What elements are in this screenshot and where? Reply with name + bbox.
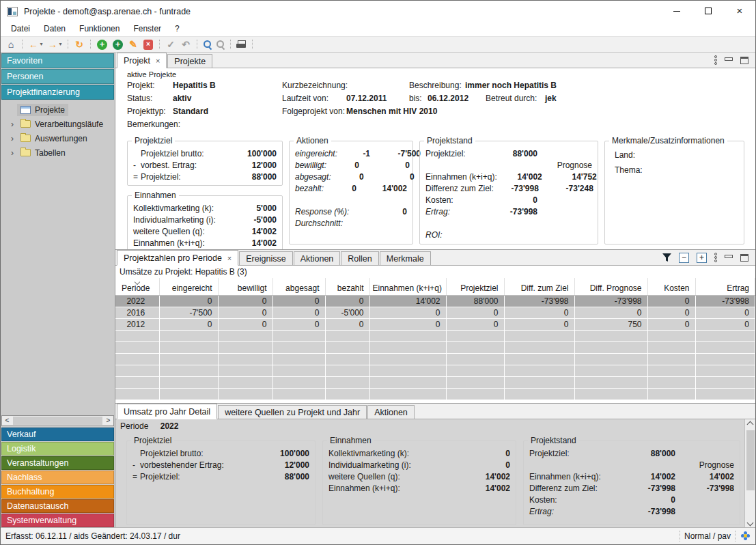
column-header[interactable]: abgesagt	[272, 278, 325, 295]
row-value: 12'000	[285, 460, 309, 470]
scroll-left-icon[interactable]: <	[2, 416, 12, 425]
print-icon[interactable]	[236, 40, 247, 49]
menu-fenster[interactable]: Fenster	[126, 23, 168, 36]
close-tab-icon[interactable]: ×	[156, 57, 160, 65]
sidebar-section-personen[interactable]: Personen	[1, 69, 114, 84]
detail-vertical-scrollbar[interactable]	[744, 419, 755, 527]
table-row-2016[interactable]: 2016-7'50000-5'000000000	[115, 307, 755, 318]
tree-item-verarbeitungslaeufe[interactable]: › Verarbeitungsläufe	[1, 117, 115, 131]
row-label: Kosten:	[529, 495, 628, 505]
sidebar-section-veranstaltungen[interactable]: Veranstaltungen	[1, 456, 114, 470]
delete-icon[interactable]: ×	[143, 40, 153, 50]
pane-menu-icon[interactable]	[714, 253, 717, 262]
mode-indicator[interactable]: Normal / pav	[684, 531, 731, 541]
sidebar-section-logistik[interactable]: Logistik	[1, 442, 114, 456]
tree-item-projekte[interactable]: Projekte	[1, 102, 115, 117]
search-secondary-icon[interactable]	[214, 39, 226, 50]
row-amount: 0	[359, 160, 410, 170]
column-header[interactable]: Ertrag	[695, 278, 755, 295]
tab-label: Rollen	[348, 254, 372, 264]
projektziel-label: Projektziel:	[529, 449, 628, 458]
row-value: 14'002	[252, 227, 277, 236]
undo-icon[interactable]: ↶	[179, 38, 193, 51]
projektstand-groupbox: Projektstand Projektziel:88'000 Prognose…	[419, 141, 598, 244]
sidebar-section-verkauf[interactable]: Verkauf	[1, 428, 114, 441]
column-header[interactable]: bewilligt	[218, 278, 272, 295]
forward-dropdown-icon[interactable]: ▾	[57, 38, 64, 51]
tree-item-tabellen[interactable]: › Tabellen	[1, 145, 115, 160]
filter-icon[interactable]	[662, 253, 671, 262]
back-dropdown-icon[interactable]: ▾	[38, 38, 44, 51]
section-label: Nachlass	[7, 473, 42, 482]
home-icon[interactable]: ⌂	[4, 38, 18, 51]
column-header[interactable]: Kosten	[647, 278, 695, 295]
column-header[interactable]: Einnahmen (k+i+q)	[369, 278, 446, 295]
sidebar-section-projektfinanzierung[interactable]: Projektfinanzierung	[1, 85, 114, 100]
roi-label: ROI:	[425, 230, 592, 240]
tab-rollen[interactable]: Rollen	[341, 251, 378, 265]
expand-chevron-icon[interactable]: ›	[8, 148, 17, 158]
menu-datei[interactable]: Datei	[4, 23, 37, 36]
tab-projektzahlen-pro-periode[interactable]: Projektzahlen pro Periode ×	[117, 250, 238, 266]
sidebar-section-favoriten[interactable]: Favoriten	[1, 53, 114, 68]
beschreibung-value: immer noch Hepatitis B	[465, 81, 557, 90]
tab-projekt[interactable]: Projekt ×	[117, 53, 167, 68]
table-row-empty	[115, 388, 755, 400]
sidebar-section-datenaustausch[interactable]: Datenaustausch	[1, 499, 114, 513]
column-header[interactable]: Diff. Prognose	[574, 278, 647, 295]
tab-ereignisse[interactable]: Ereignisse	[239, 251, 292, 265]
sidebar-section-nachlass[interactable]: Nachlass	[1, 471, 114, 484]
pane-maximize-icon[interactable]	[740, 254, 748, 262]
minimize-icon	[673, 11, 680, 12]
row-value: 0	[505, 460, 510, 470]
column-header[interactable]: eingereicht	[159, 278, 218, 295]
expand-chevron-icon[interactable]: ›	[8, 120, 17, 129]
sidebar-horizontal-scrollbar[interactable]: < >	[1, 415, 114, 426]
tab-merkmale[interactable]: Merkmale	[380, 251, 431, 265]
settings-gear-icon[interactable]	[741, 531, 751, 541]
sidebar-section-systemverwaltung[interactable]: Systemverwaltung	[1, 514, 114, 527]
table-row-2012[interactable]: 2012000000075000	[115, 318, 755, 330]
menu-daten[interactable]: Daten	[37, 23, 72, 36]
table-row-empty	[115, 341, 755, 353]
table-header-row: Periode eingereicht bewilligt abgesagt b…	[115, 278, 755, 295]
row-label: Individualmarketing (i):	[328, 460, 505, 470]
scrollbar-thumb[interactable]	[13, 417, 102, 425]
scroll-right-icon[interactable]: >	[103, 416, 113, 425]
search-icon[interactable]	[201, 39, 213, 50]
column-header[interactable]: Periode	[115, 278, 159, 295]
tab-weitere-quellen[interactable]: weitere Quellen zu Projekt und Jahr	[218, 405, 367, 419]
close-tab-icon[interactable]: ×	[227, 254, 232, 262]
row-label: Projektziel brutto:	[140, 449, 280, 458]
menu-funktionen[interactable]: Funktionen	[72, 23, 126, 36]
tab-aktionen[interactable]: Aktionen	[294, 251, 341, 265]
tab-aktionen-detail[interactable]: Aktionen	[367, 405, 415, 419]
collapse-all-icon[interactable]: −	[679, 253, 689, 263]
expand-all-icon[interactable]: +	[697, 253, 707, 263]
tree-item-auswertungen[interactable]: › Auswertungen	[1, 131, 115, 145]
pane-menu-icon[interactable]	[714, 55, 717, 65]
add-special-icon[interactable]: +	[113, 40, 123, 50]
column-header[interactable]: Diff. zum Ziel	[504, 278, 574, 295]
column-header[interactable]: bezahlt	[325, 278, 369, 295]
minimize-button[interactable]	[661, 1, 692, 21]
scrollbar-thumb[interactable]	[746, 430, 755, 490]
menu-hilfe[interactable]: ?	[168, 23, 186, 36]
refresh-icon[interactable]: ↻	[72, 38, 86, 51]
pane-maximize-icon[interactable]	[740, 57, 748, 64]
expand-chevron-icon[interactable]: ›	[8, 134, 17, 143]
tab-projekte[interactable]: Projekte	[167, 54, 212, 68]
pane-minimize-icon[interactable]	[725, 57, 733, 61]
scroll-down-icon[interactable]	[747, 520, 754, 527]
maximize-button[interactable]	[692, 1, 724, 21]
sidebar-section-buchhaltung[interactable]: Buchhaltung	[1, 485, 114, 499]
pane-minimize-icon[interactable]	[725, 255, 733, 258]
add-icon[interactable]: +	[97, 40, 107, 50]
close-button[interactable]: ×	[724, 1, 755, 21]
confirm-icon[interactable]: ✓	[164, 38, 178, 51]
column-header[interactable]: Projektziel	[446, 278, 504, 295]
tab-umsatz-pro-jahr-detail[interactable]: Umsatz pro Jahr Detail	[117, 404, 217, 419]
scroll-up-icon[interactable]	[747, 421, 754, 428]
edit-icon[interactable]: ✎	[126, 38, 140, 51]
table-row-2022[interactable]: 2022000014'00288'000-73'998-73'9980-73'9…	[115, 295, 755, 307]
